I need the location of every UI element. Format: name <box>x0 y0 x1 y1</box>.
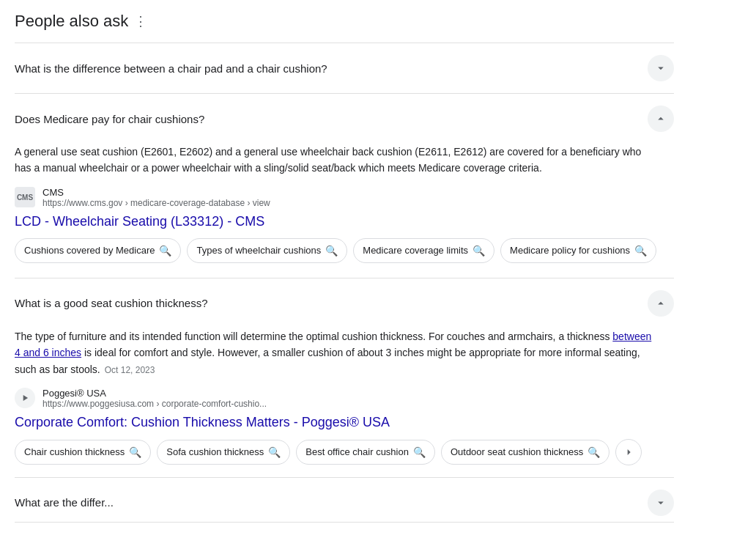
section-title: People also ask <box>15 12 128 31</box>
faq-question-1: What is the difference between a chair p… <box>15 62 648 75</box>
faq-item-4: What are the differ... <box>15 478 674 523</box>
faq-item-1: What is the difference between a chair p… <box>15 43 674 94</box>
faq-toggle-4[interactable] <box>648 490 674 516</box>
chip-wheelchair-cushions[interactable]: Types of wheelchair cushions 🔍 <box>187 238 347 263</box>
faq-item-2: Does Medicare pay for chair cushions? A … <box>15 94 674 278</box>
source-name-3: Poggesi® USA <box>42 388 267 399</box>
faq-answer-text-3: The type of furniture and its intended f… <box>15 328 652 377</box>
faq-answer-3: The type of furniture and its intended f… <box>15 328 674 477</box>
chip-label: Outdoor seat cushion thickness <box>451 446 583 457</box>
chevron-right-icon <box>623 446 634 458</box>
chevron-down-icon <box>654 496 667 509</box>
faq-toggle-2[interactable] <box>648 106 674 132</box>
faq-toggle-3[interactable] <box>648 290 674 317</box>
chip-cushions-medicare[interactable]: Cushions covered by Medicare 🔍 <box>15 238 181 263</box>
search-icon: 🔍 <box>588 446 600 458</box>
chip-label: Cushions covered by Medicare <box>24 245 155 256</box>
search-icon: 🔍 <box>413 446 426 458</box>
highlight-text: between 4 and 6 inches <box>15 331 651 358</box>
source-info-3: Poggesi® USA https://www.poggesiusa.com … <box>42 388 267 409</box>
chevron-down-icon <box>654 62 667 75</box>
faq-question-4: What are the differ... <box>15 496 648 509</box>
chips-next-button[interactable] <box>615 439 642 465</box>
faq-container: What is the difference between a chair p… <box>15 43 674 523</box>
chip-label: Best office chair cushion <box>305 446 409 457</box>
search-icon: 🔍 <box>268 446 281 458</box>
chip-label: Medicare coverage limits <box>363 245 468 256</box>
faq-question-row-3[interactable]: What is a good seat cushion thickness? <box>15 278 674 328</box>
source-logo-2: CMS <box>15 187 35 207</box>
answer-date: Oct 12, 2023 <box>105 365 155 375</box>
source-url-2: https://www.cms.gov › medicare-coverage-… <box>42 198 270 208</box>
faq-toggle-1[interactable] <box>648 55 674 81</box>
chip-label: Sofa cushion thickness <box>166 446 264 457</box>
source-link-3[interactable]: Corporate Comfort: Cushion Thickness Mat… <box>15 415 674 430</box>
source-link-2[interactable]: LCD - Wheelchair Seating (L33312) - CMS <box>15 214 674 229</box>
faq-question-row-1[interactable]: What is the difference between a chair p… <box>15 43 674 93</box>
people-also-ask-header: People also ask ⋮ <box>15 12 741 31</box>
chip-outdoor-seat-cushion[interactable]: Outdoor seat cushion thickness 🔍 <box>441 440 609 465</box>
source-url-3: https://www.poggesiusa.com › corporate-c… <box>42 399 267 409</box>
more-options-icon[interactable]: ⋮ <box>134 13 147 29</box>
search-icon: 🔍 <box>159 245 171 257</box>
chip-chair-cushion-thickness[interactable]: Chair cushion thickness 🔍 <box>15 440 151 465</box>
source-info-2: CMS https://www.cms.gov › medicare-cover… <box>42 187 270 208</box>
chip-best-office-chair-cushion[interactable]: Best office chair cushion 🔍 <box>296 440 435 465</box>
faq-question-3: What is a good seat cushion thickness? <box>15 297 648 309</box>
source-name-2: CMS <box>42 187 270 198</box>
faq-item-3: What is a good seat cushion thickness? T… <box>15 278 674 478</box>
source-play-icon-3 <box>15 388 35 408</box>
chip-label: Medicare policy for cushions <box>510 245 630 256</box>
faq-answer-2: A general use seat cushion (E2601, E2602… <box>15 144 674 278</box>
chevron-up-icon <box>654 112 667 125</box>
chips-row-3: Chair cushion thickness 🔍 Sofa cushion t… <box>15 439 674 465</box>
faq-answer-text-2: A general use seat cushion (E2601, E2602… <box>15 144 652 177</box>
chip-medicare-limits[interactable]: Medicare coverage limits 🔍 <box>353 238 494 263</box>
search-icon: 🔍 <box>325 245 338 257</box>
chip-medicare-policy[interactable]: Medicare policy for cushions 🔍 <box>500 238 656 263</box>
chip-label: Chair cushion thickness <box>24 446 125 457</box>
search-icon: 🔍 <box>129 446 141 458</box>
faq-question-2: Does Medicare pay for chair cushions? <box>15 113 648 125</box>
search-icon: 🔍 <box>472 245 485 257</box>
chips-row-2: Cushions covered by Medicare 🔍 Types of … <box>15 238 674 263</box>
chip-sofa-cushion-thickness[interactable]: Sofa cushion thickness 🔍 <box>157 440 290 465</box>
faq-question-row-2[interactable]: Does Medicare pay for chair cushions? <box>15 94 674 144</box>
chevron-up-icon <box>654 297 667 310</box>
faq-question-row-4[interactable]: What are the differ... <box>15 478 674 522</box>
source-row-3: Poggesi® USA https://www.poggesiusa.com … <box>15 388 674 409</box>
search-icon: 🔍 <box>634 245 647 257</box>
source-row-2: CMS CMS https://www.cms.gov › medicare-c… <box>15 187 674 208</box>
chip-label: Types of wheelchair cushions <box>196 245 321 256</box>
